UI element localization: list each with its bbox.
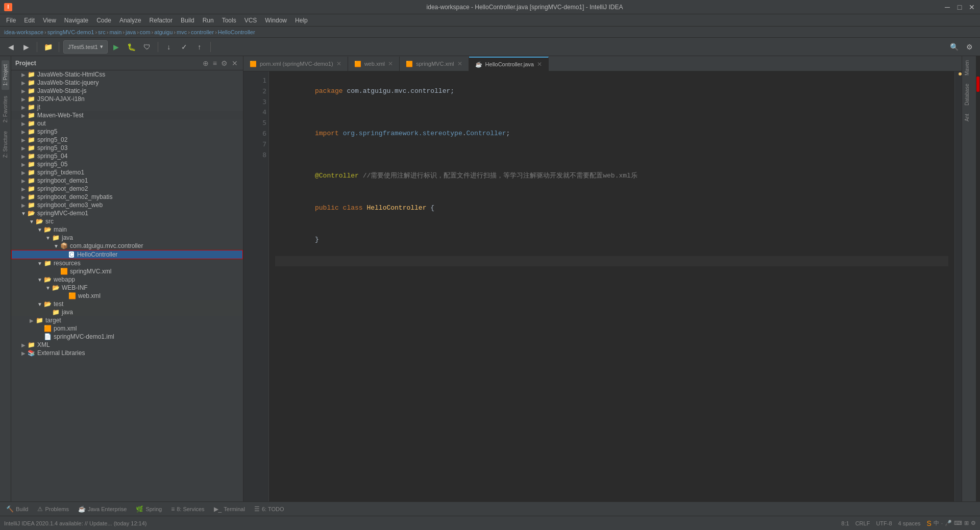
tree-item-JSON-AJAX-i18n[interactable]: ▶ 📁 JSON-AJAX-i18n (11, 95, 243, 103)
menu-refactor[interactable]: Refactor (145, 16, 177, 25)
maven-tab[interactable]: Maven (962, 56, 976, 80)
tab-close-button[interactable]: ✕ (388, 60, 393, 67)
terminal-tool-button[interactable]: ▶_ Terminal (210, 504, 249, 514)
locate-file-button[interactable]: ⊕ (202, 59, 210, 67)
tree-item-JavaWeb-Static-HtmlCss[interactable]: ▶ 📁 JavaWeb-Static-HtmlCss (11, 70, 243, 79)
bc-springmvc-demo1[interactable]: springMVC-demo1 (47, 29, 94, 35)
tree-item-java[interactable]: ▼ 📁 java (11, 234, 243, 242)
tree-item-java-test[interactable]: 📁 java (11, 308, 243, 316)
line-ending[interactable]: CRLF (855, 520, 870, 526)
tree-item-JavaWeb-Static-js[interactable]: ▶ 📁 JavaWeb-Static-js (11, 87, 243, 95)
tree-item-springboot-demo2-mybatis[interactable]: ▶ 📁 springboot_demo2_mybatis (11, 193, 243, 201)
tree-item-spring5_03[interactable]: ▶ 📁 spring5_03 (11, 144, 243, 152)
ant-tab[interactable]: Ant (962, 110, 976, 125)
debug-button[interactable]: 🐛 (125, 40, 138, 54)
minimize-button[interactable]: ─ (943, 3, 951, 11)
tab-close-button[interactable]: ✕ (537, 61, 542, 68)
git-update-button[interactable]: ↓ (162, 40, 176, 54)
tree-item-resources[interactable]: ▼ 📁 resources (11, 259, 243, 267)
forward-button[interactable]: ▶ (19, 40, 33, 54)
favorites-tab[interactable]: 2: Favorites (2, 92, 9, 127)
bc-hello-controller[interactable]: HelloController (218, 29, 255, 35)
collapse-all-button[interactable]: ≡ (212, 59, 218, 67)
input-language[interactable]: S 中 · 🎤 ⌨ ⊞ ⚙ (927, 519, 976, 527)
tree-item-XML[interactable]: ▶ 📁 XML (11, 341, 243, 349)
tree-item-src[interactable]: ▼ 📂 src (11, 217, 243, 225)
bc-atguigu[interactable]: atguigu (154, 29, 173, 35)
tree-item-Maven-Web-Test[interactable]: ▶ 📁 Maven-Web-Test (11, 111, 243, 119)
tree-item-webapp[interactable]: ▼ 📂 webapp (11, 275, 243, 284)
menu-navigate[interactable]: Navigate (60, 16, 92, 25)
database-tab[interactable]: Database (962, 80, 976, 110)
bc-com[interactable]: com (140, 29, 151, 35)
tree-item-test[interactable]: ▼ 📂 test (11, 300, 243, 308)
tab-web-xml[interactable]: 🟧 web.xml ✕ (348, 57, 400, 71)
tab-close-button[interactable]: ✕ (336, 60, 341, 67)
menu-edit[interactable]: Edit (20, 16, 39, 25)
git-commit-button[interactable]: ✓ (178, 40, 191, 54)
tree-item-iml[interactable]: 📄 springMVC-demo1.iml (11, 333, 243, 341)
todo-tool-button[interactable]: ☰ 6: TODO (250, 504, 288, 514)
tree-item-springboot-demo1[interactable]: ▶ 📁 springboot_demo1 (11, 176, 243, 185)
menu-analyze[interactable]: Analyze (115, 16, 145, 25)
git-push-button[interactable]: ↑ (193, 40, 206, 54)
tree-item-pom-xml[interactable]: 🟧 pom.xml (11, 324, 243, 333)
tree-item-springMVC-demo1[interactable]: ▼ 📂 springMVC-demo1 (11, 209, 243, 217)
menu-build[interactable]: Build (177, 16, 199, 25)
close-panel-button[interactable]: ✕ (231, 59, 239, 67)
tab-close-button[interactable]: ✕ (457, 60, 462, 67)
encoding[interactable]: UTF-8 (876, 520, 892, 526)
menu-file[interactable]: File (2, 16, 20, 25)
menu-view[interactable]: View (39, 16, 60, 25)
menu-help[interactable]: Help (291, 16, 312, 25)
java-enterprise-tool-button[interactable]: ☕ Java Enterprise (74, 504, 131, 514)
services-tool-button[interactable]: ≡ 8: Services (167, 504, 208, 514)
tree-item-JavaWeb-Static-jquery[interactable]: ▶ 📁 JavaWeb-Static-jquery (11, 79, 243, 87)
tree-item-web-xml[interactable]: 🟧 web.xml (11, 292, 243, 300)
indent-settings[interactable]: 4 spaces (898, 520, 921, 526)
tab-springMVC-xml[interactable]: 🟧 springMVC.xml ✕ (400, 57, 469, 71)
bc-src[interactable]: src (98, 29, 106, 35)
tree-item-spring5_txdemo1[interactable]: ▶ 📁 spring5_txdemo1 (11, 168, 243, 176)
menu-code[interactable]: Code (92, 16, 115, 25)
code-content[interactable]: package com.atguigu.mvc.controller; impo… (269, 71, 954, 501)
structure-tab[interactable]: Z: Structure (2, 127, 9, 162)
tree-item-spring5_04[interactable]: ▶ 📁 spring5_04 (11, 152, 243, 160)
tab-HelloController-java[interactable]: ☕ HelloController.java ✕ (469, 57, 549, 71)
bc-java[interactable]: java (126, 29, 136, 35)
menu-run[interactable]: Run (199, 16, 218, 25)
menu-vcs[interactable]: VCS (240, 16, 261, 25)
run-button[interactable]: ▶ (110, 40, 123, 54)
tab-pom-xml[interactable]: 🟧 pom.xml (springMVC-demo1) ✕ (243, 57, 348, 71)
bc-controller[interactable]: controller (191, 29, 214, 35)
tree-item-spring5_05[interactable]: ▶ 📁 spring5_05 (11, 160, 243, 168)
bc-main[interactable]: main (109, 29, 121, 35)
spring-tool-button[interactable]: 🌿 Spring (132, 504, 166, 514)
run-config-selector[interactable]: JTest5.test1 ▾ (63, 40, 108, 54)
status-message[interactable]: IntelliJ IDEA 2020.1.4 available: // Upd… (4, 520, 146, 526)
panel-settings-button[interactable]: ⚙ (220, 59, 229, 67)
code-editor[interactable]: 1 2 3 4 5 6 7 8 package com.atguigu.mvc.… (243, 71, 962, 501)
search-everywhere-button[interactable]: 🔍 (947, 40, 961, 54)
tree-item-package[interactable]: ▼ 📦 com.atguigu.mvc.controller (11, 242, 243, 250)
tree-item-target[interactable]: ▶ 📁 target (11, 316, 243, 324)
settings-button[interactable]: ⚙ (963, 40, 976, 54)
project-panel-tab[interactable]: 1: Project (2, 60, 9, 90)
tree-item-external-libraries[interactable]: ▶ 📚 External Libraries (11, 349, 243, 357)
tree-item-out[interactable]: ▶ 📁 out (11, 119, 243, 128)
problems-tool-button[interactable]: ⚠ Problems (33, 504, 72, 514)
tree-item-HelloController[interactable]: C HelloController (11, 250, 243, 259)
tree-item-springMVC-xml[interactable]: 🟧 springMVC.xml (11, 267, 243, 275)
tree-item-spring5[interactable]: ▶ 📁 spring5 (11, 128, 243, 136)
tree-item-jt[interactable]: ▶ 📁 jt (11, 103, 243, 111)
tree-item-WEB-INF[interactable]: ▼ 📂 WEB-INF (11, 284, 243, 292)
tree-item-springboot-demo3-web[interactable]: ▶ 📁 springboot_demo3_web (11, 201, 243, 209)
tree-item-spring5_02[interactable]: ▶ 📁 spring5_02 (11, 136, 243, 144)
recent-files-button[interactable]: 📁 (41, 40, 55, 54)
menu-tools[interactable]: Tools (218, 16, 240, 25)
tree-item-main[interactable]: ▼ 📂 main (11, 225, 243, 234)
tree-item-springboot-demo2[interactable]: ▶ 📁 springboot_demo2 (11, 185, 243, 193)
run-with-coverage-button[interactable]: 🛡 (140, 40, 154, 54)
build-tool-button[interactable]: 🔨 Build (2, 504, 32, 514)
cursor-position[interactable]: 8:1 (841, 520, 849, 526)
